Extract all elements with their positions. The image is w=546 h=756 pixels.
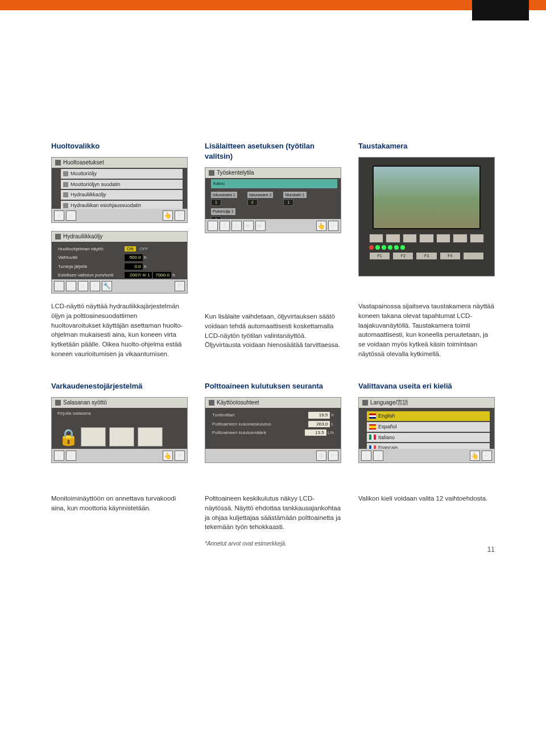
num-icon: 2 (231, 221, 242, 231)
page-body: Huoltovalikko Huoltoasetukset Moottoriöl… (0, 10, 546, 565)
body-text: LCD-näyttö näyttää hydrauliikkajärjestel… (51, 301, 188, 358)
pw-digit (138, 427, 163, 447)
screenshot-rear-camera: F1 F2 F3 F4 (358, 157, 495, 276)
selected-mode: Kaivu (211, 179, 337, 188)
settings-table: Huoltoohjelman näyttö ON OFF Vaihtoväli … (55, 244, 184, 280)
screenshot-huoltoasetukset: Huoltoasetukset Moottoriöljy Moottoriölj… (51, 157, 188, 223)
globe-icon (362, 400, 368, 406)
hand-icon: ☛ (255, 221, 266, 231)
fn-key-blank (463, 252, 484, 260)
hand-icon: ☛ (243, 221, 254, 231)
shot-title: Salasanan syöttö (63, 399, 107, 407)
touch-icon: 👆 (163, 451, 173, 461)
wrench-icon (55, 160, 61, 166)
lang-item-italiano: Italiano (367, 433, 490, 443)
arrow-down-icon: ↓ (361, 451, 371, 461)
shot-title: Language/言語 (370, 399, 408, 407)
titlebar: Language/言語 (359, 398, 494, 408)
oil-icon (63, 171, 68, 176)
camera-leds (369, 245, 484, 250)
gauge-icon (209, 400, 214, 406)
cell-polttoaine: Polttoaineen kulutuksen seuranta Käyttöo… (205, 381, 341, 548)
camera-button (369, 234, 383, 243)
lock-icon: 🔒 (59, 426, 78, 448)
off-toggle: OFF (137, 246, 151, 251)
body-text: Polttoaineen keskikulutus näkyy LCD-näyt… (205, 494, 341, 532)
heading-polttoaine: Polttoaineen kulutuksen seuranta (205, 381, 341, 391)
camera-screen (373, 166, 481, 229)
page-number: 11 (487, 545, 495, 555)
pw-digit (109, 427, 134, 447)
minus-icon: − (78, 281, 88, 291)
arrow-up-icon: ↑ (66, 210, 76, 221)
fn-key: F2 (392, 252, 413, 260)
pw-digit (81, 427, 106, 447)
attachment-icon (209, 170, 214, 176)
on-toggle: ON (125, 246, 136, 251)
cell-huoltovalikko: Huoltovalikko Huoltoasetukset Moottoriöl… (51, 141, 188, 358)
lang-item-english: English (367, 411, 490, 421)
screenshot-language: Language/言語 English Español Italiano Fra… (358, 397, 495, 463)
return-icon: ↶ (328, 451, 338, 461)
footer-icon-row: ↓ ↑ 👆 ↶ (359, 449, 494, 462)
return-icon: ↶ (175, 210, 185, 221)
filter-icon (63, 182, 68, 187)
arrow-up-icon: ↑ (66, 281, 76, 291)
body-text: Vastapainossa sijaitseva taustakamera nä… (358, 301, 495, 358)
cell-lisalaitteen: Lisälaitteen asetuksen (työtilan valitsi… (205, 141, 341, 358)
fn-key: F3 (416, 252, 437, 260)
cell-taustakamera: Taustakamera F1 F2 F3 F4 Vastapaino (358, 141, 495, 358)
footer-icon-row: ↓ ↑ 👆 ↶ (52, 449, 187, 462)
footer-icon-row: ↓ ↑ 👆 ↶ (52, 209, 187, 222)
wrench-icon: 🔧 (102, 281, 112, 291)
cell-varkaudenesto: Varkaudenestojärjestelmä Salasanan syött… (51, 381, 188, 548)
return-icon: ↶ (328, 221, 338, 231)
titlebar: Käyttöolosuhteet (205, 398, 341, 408)
password-boxes (81, 427, 163, 447)
heading-huoltovalikko: Huoltovalikko (51, 141, 188, 151)
return-icon: ↶ (175, 451, 185, 461)
shot-title: Huoltoasetukset (63, 159, 104, 167)
heading-kielet: Valittavana useita eri kieliä (358, 381, 495, 391)
camera-fn-row: F1 F2 F3 F4 (369, 252, 484, 260)
screenshot-kayttoolosuhteet: Käyttöolosuhteet Tuntimittari19.5 h Polt… (205, 397, 341, 463)
flag-en-icon (369, 414, 376, 419)
plus-icon: + (90, 281, 100, 291)
return-icon: ↶ (175, 281, 185, 291)
arrow-up-icon: ↑ (66, 451, 76, 461)
footnote: *Annetut arvot ovat esimerkkejä. (205, 540, 341, 548)
screenshot-salasana: Salasanan syöttö Kirjoita salasana 🔒 ↓ ↑… (51, 397, 188, 463)
arrow-down-icon: ↓ (54, 451, 64, 461)
arrow-down-icon: ↓ (208, 221, 218, 231)
list-item: Moottoriöljy (61, 169, 183, 179)
top-orange-bar (0, 0, 546, 10)
shot-title: Työskentelytila (217, 169, 254, 177)
lang-item-espanol: Español (367, 422, 490, 432)
row2-grid: Varkaudenestojärjestelmä Salasanan syött… (51, 381, 495, 548)
arrow-down-icon: ↓ (54, 210, 64, 221)
touch-icon: 👆 (316, 221, 326, 231)
screenshot-tyoskentelytila: Työskentelytila Kaivu Iskuvasara 11 Isku… (205, 167, 341, 233)
body-text: Kun lisälaite vaihdetaan, öljyvirtauksen… (205, 312, 341, 350)
return-icon: ↶ (482, 451, 492, 461)
cell-kielet: Valittavana useita eri kieliä Language/言… (358, 381, 495, 548)
arrow-down-icon: ↓ (54, 281, 64, 291)
arrow-up-icon: ↑ (373, 451, 383, 461)
value: 2007/ 4/ 1 (125, 272, 152, 278)
row1-grid: Huoltovalikko Huoltoasetukset Moottoriöl… (51, 141, 495, 358)
flag-it-icon (369, 435, 376, 440)
hydraulic-filter-icon (63, 203, 68, 208)
flag-es-icon (369, 424, 376, 429)
gear-icon: ⚙ (316, 451, 326, 461)
footer-icon-row: ↓ ↑ − + 🔧 ↶ (52, 279, 187, 293)
body-text: Monitoiminäyttöön on annettava turvakood… (51, 494, 188, 513)
list-item: Hydrauliikkaöljy (61, 190, 183, 200)
titlebar: Hydrauliikkaöljy (52, 232, 187, 242)
value: 500.0 (125, 254, 143, 261)
hydraulic-icon (55, 234, 61, 239)
hydraulic-icon (63, 192, 68, 197)
camera-button-row (369, 234, 484, 243)
fn-key: F4 (440, 252, 461, 260)
touch-icon: 👆 (163, 210, 173, 221)
footer-icon-row: ⚙ ↶ (205, 449, 341, 462)
